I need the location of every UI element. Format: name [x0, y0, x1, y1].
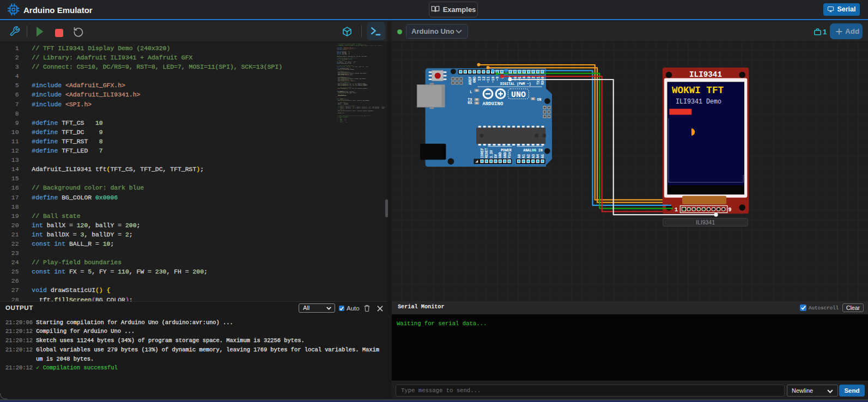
- svg-text:A5: A5: [541, 154, 545, 159]
- svg-text:~10: ~10: [491, 76, 495, 83]
- svg-text:GND: GND: [503, 152, 507, 159]
- svg-text:ILI9341: ILI9341: [689, 70, 722, 79]
- svg-text:RX: RX: [468, 101, 472, 105]
- svg-text:~6: ~6: [514, 76, 518, 81]
- svg-text:A0: A0: [518, 154, 521, 159]
- svg-text:L: L: [470, 90, 472, 94]
- svg-text:WOKWI TFT: WOKWI TFT: [672, 85, 724, 96]
- svg-text:Vin: Vin: [508, 152, 512, 159]
- svg-text:A2: A2: [527, 154, 531, 159]
- svg-text:4: 4: [523, 76, 526, 78]
- svg-text:GND: GND: [499, 152, 502, 159]
- svg-text:A1: A1: [522, 154, 526, 159]
- svg-text:~11: ~11: [487, 76, 490, 83]
- svg-text:POWER: POWER: [501, 149, 512, 153]
- svg-text:~5: ~5: [518, 76, 522, 81]
- svg-text:2: 2: [532, 76, 536, 78]
- svg-text:~9: ~9: [496, 76, 500, 81]
- svg-text:1: 1: [675, 207, 678, 213]
- svg-text:ANALOG IN: ANALOG IN: [523, 149, 543, 153]
- svg-text:UNO: UNO: [511, 90, 526, 100]
- svg-text:AREF: AREF: [469, 76, 472, 85]
- svg-text:13: 13: [478, 76, 482, 81]
- svg-text:A4: A4: [536, 154, 540, 159]
- svg-text:TX>1: TX>1: [537, 76, 541, 85]
- svg-text:ON: ON: [537, 98, 542, 102]
- svg-text:RESET: RESET: [485, 148, 489, 158]
- svg-text:ILI9341 Demo: ILI9341 Demo: [676, 98, 721, 106]
- svg-text:9: 9: [729, 207, 732, 213]
- svg-text:5V: 5V: [494, 154, 498, 159]
- svg-text:IOREF: IOREF: [481, 148, 484, 158]
- svg-text:12: 12: [482, 76, 486, 81]
- svg-text:3.3V: 3.3V: [490, 150, 494, 158]
- svg-text:GND: GND: [473, 76, 477, 83]
- svg-text:~3: ~3: [527, 76, 531, 81]
- svg-text:DIGITAL (PWM ~): DIGITAL (PWM ~): [500, 82, 531, 86]
- svg-text:RX<0: RX<0: [541, 76, 545, 85]
- svg-text:A3: A3: [532, 154, 536, 159]
- svg-text:ARDUINO: ARDUINO: [483, 101, 503, 107]
